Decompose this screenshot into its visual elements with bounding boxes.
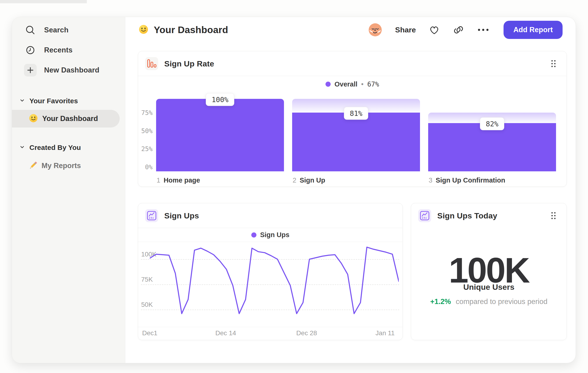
x-axis-tick-label: Dec 14 bbox=[215, 329, 236, 337]
y-axis-tick-label: 25% bbox=[138, 145, 153, 152]
card-header: Sign Ups Today bbox=[411, 203, 567, 228]
funnel-value-tooltip: 100% bbox=[206, 93, 234, 106]
x-axis-divider bbox=[138, 327, 402, 327]
y-axis-tick-label: 75% bbox=[138, 109, 153, 116]
plus-icon bbox=[24, 64, 37, 76]
clock-icon bbox=[24, 44, 37, 56]
avatar[interactable] bbox=[368, 23, 382, 37]
y-axis-tick-label: 0% bbox=[138, 163, 153, 171]
sidebar: Search Recents New Dashboard Your Favori… bbox=[12, 17, 125, 363]
sidebar-item-search[interactable]: Search bbox=[24, 23, 69, 38]
more-options-icon[interactable] bbox=[477, 28, 490, 32]
sign-ups-today-card: Sign Ups Today 100K Unique Users +1.2% c… bbox=[411, 203, 567, 340]
kpi-label: Unique Users bbox=[411, 282, 567, 292]
share-button[interactable]: Share bbox=[395, 26, 416, 34]
card-title: Sign Ups Today bbox=[437, 203, 497, 228]
smiley-icon bbox=[138, 24, 149, 36]
x-axis-tick-label: Jan 11 bbox=[375, 329, 395, 337]
drag-handle-icon[interactable] bbox=[549, 211, 558, 220]
sidebar-item-my-reports[interactable]: My Reports bbox=[28, 158, 81, 173]
sign-up-rate-card: Sign Up Rate Overall • 67% 75%50%25%0%10… bbox=[138, 51, 567, 187]
sidebar-item-recents[interactable]: Recents bbox=[24, 43, 73, 58]
card-header: Sign Ups bbox=[138, 203, 402, 228]
sign-ups-line-series[interactable] bbox=[150, 242, 399, 327]
sidebar-item-label: New Dashboard bbox=[44, 66, 99, 74]
chevron-down-icon bbox=[20, 98, 25, 104]
chevron-down-icon bbox=[20, 144, 25, 151]
sidebar-item-label: Your Dashboard bbox=[42, 114, 98, 123]
sidebar-item-your-dashboard[interactable]: Your Dashboard bbox=[12, 110, 120, 128]
card-title: Sign Ups bbox=[164, 203, 199, 228]
background-window-strip bbox=[0, 0, 87, 3]
sidebar-item-label: Recents bbox=[44, 46, 73, 54]
funnel-plot: 75%50%25%0%100%1Home page81%2Sign Up82%3… bbox=[138, 51, 567, 186]
kpi-delta: +1.2% bbox=[430, 297, 451, 306]
legend-dot bbox=[251, 232, 256, 238]
x-axis-tick-label: Dec 28 bbox=[296, 329, 317, 337]
page-title: Your Dashboard bbox=[138, 21, 228, 39]
sign-ups-card: Sign Ups Sign Ups 100K75K50KDec1Dec 14De… bbox=[138, 203, 403, 340]
sidebar-item-label: Search bbox=[44, 26, 69, 34]
section-title: Your Favorites bbox=[29, 97, 78, 105]
add-report-button[interactable]: Add Report bbox=[504, 21, 563, 39]
line-chart-icon bbox=[418, 209, 431, 222]
smiley-icon bbox=[28, 113, 39, 124]
favorite-heart-icon[interactable] bbox=[428, 24, 440, 36]
header-actions: Share Add Report bbox=[368, 21, 563, 39]
y-axis-tick-label: 50% bbox=[138, 127, 153, 134]
funnel-bar[interactable] bbox=[156, 99, 284, 171]
app-window: Search Recents New Dashboard Your Favori… bbox=[12, 17, 576, 363]
funnel-step-label: 1Home page bbox=[157, 176, 200, 184]
pencil-icon bbox=[28, 160, 38, 171]
kpi-delta-note: compared to previous period bbox=[456, 297, 547, 306]
search-icon bbox=[24, 24, 37, 36]
line-chart-icon bbox=[145, 209, 158, 222]
sidebar-item-label: My Reports bbox=[42, 161, 81, 170]
kpi-delta-row: +1.2% compared to previous period bbox=[411, 297, 567, 306]
line-legend[interactable]: Sign Ups bbox=[138, 228, 402, 242]
section-title: Created By You bbox=[29, 144, 81, 151]
funnel-step-label: 3Sign Up Confirmation bbox=[429, 176, 505, 184]
funnel-bar[interactable] bbox=[428, 123, 556, 171]
sidebar-section-created-by-you[interactable]: Created By You bbox=[20, 142, 81, 153]
sidebar-item-new-dashboard[interactable]: New Dashboard bbox=[24, 63, 99, 78]
copy-link-icon[interactable] bbox=[453, 24, 464, 36]
sidebar-section-your-favorites[interactable]: Your Favorites bbox=[20, 96, 78, 106]
funnel-bar[interactable] bbox=[292, 113, 420, 171]
funnel-value-tooltip: 81% bbox=[344, 107, 368, 120]
funnel-step-label: 2Sign Up bbox=[293, 176, 325, 184]
funnel-value-tooltip: 82% bbox=[480, 118, 504, 130]
x-axis-tick-label: Dec1 bbox=[142, 329, 157, 337]
